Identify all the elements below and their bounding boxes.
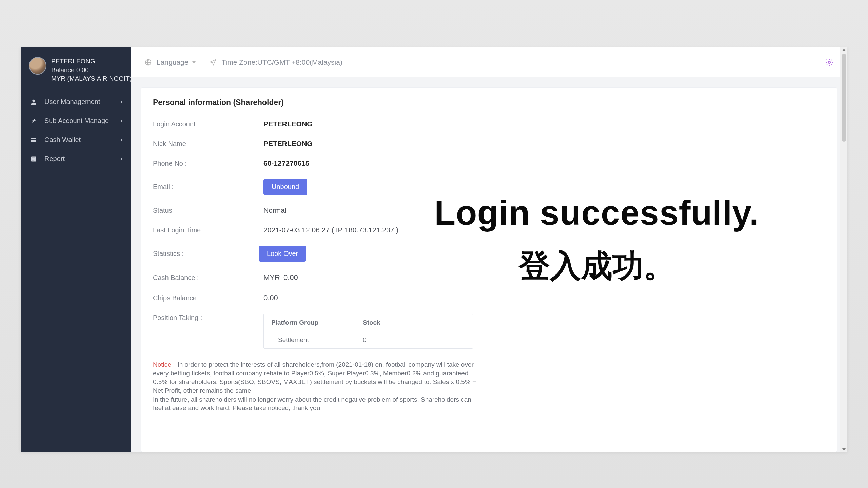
sidebar-item-label: Cash Wallet [44, 136, 121, 144]
gear-icon[interactable] [825, 58, 834, 67]
table-cell: Settlement [264, 331, 355, 348]
field-value: Normal [263, 206, 287, 215]
chevron-right-icon [121, 157, 123, 161]
profile-text: PETERLEONG Balance:0.00 MYR (MALAYSIA RI… [51, 57, 132, 83]
pin-icon [29, 116, 38, 126]
timezone-display[interactable]: Time Zone:UTC/GMT +8:00(Malaysia) [209, 58, 342, 66]
table-header-cell: Platform Group [264, 314, 355, 331]
field-label: Nick Name : [153, 140, 263, 148]
language-selector[interactable]: Language [144, 58, 196, 66]
scroll-up-icon[interactable] [842, 49, 846, 51]
content-wrap: Personal information (Shareholder) Login… [131, 77, 847, 452]
main-area: Language Time Zone:UTC/GMT +8:00(Malaysi… [131, 47, 847, 452]
unbound-button[interactable]: Unbound [263, 179, 307, 195]
field-label: Chips Balance : [153, 294, 263, 302]
globe-icon [144, 59, 152, 66]
app-window: PETERLEONG Balance:0.00 MYR (MALAYSIA RI… [21, 47, 847, 452]
avatar[interactable] [29, 57, 46, 75]
field-label: Status : [153, 207, 263, 215]
sidebar-item-cash-wallet[interactable]: Cash Wallet [21, 130, 131, 149]
field-label: Phone No : [153, 160, 263, 167]
field-value: 60-127270615 [263, 159, 309, 167]
send-icon [209, 59, 217, 66]
sidebar-item-label: Report [44, 155, 121, 163]
wallet-icon [29, 135, 38, 145]
page-title: Personal information (Shareholder) [153, 88, 825, 120]
field-label: Statistics : [153, 250, 259, 258]
sidebar-item-sub-account[interactable]: Sub Account Manage [21, 111, 131, 130]
table-row: Settlement 0 [264, 331, 473, 348]
row-chips-balance: Chips Balance : 0.00 [153, 293, 825, 302]
field-value: 0.00 [263, 293, 278, 302]
svg-point-8 [828, 61, 831, 64]
row-cash-balance: Cash Balance : MYR0.00 [153, 273, 825, 282]
svg-rect-4 [32, 158, 35, 158]
chevron-right-icon [121, 119, 123, 123]
vertical-scrollbar[interactable] [840, 47, 847, 452]
field-label: Position Taking : [153, 314, 263, 322]
topbar: Language Time Zone:UTC/GMT +8:00(Malaysi… [131, 47, 847, 77]
sidebar-item-label: User Management [44, 98, 121, 106]
cash-balance-amount: 0.00 [283, 273, 298, 282]
sidebar-item-report[interactable]: Report [21, 149, 131, 168]
table-header-cell: Stock [355, 314, 473, 331]
table-header: Platform Group Stock [264, 314, 473, 331]
field-label: Last Login Time : [153, 226, 263, 234]
table-cell: 0 [355, 331, 473, 348]
scroll-down-icon[interactable] [842, 448, 846, 451]
svg-rect-5 [32, 159, 35, 159]
svg-point-0 [32, 100, 35, 102]
notice-label: Notice : [153, 361, 175, 368]
sidebar: PETERLEONG Balance:0.00 MYR (MALAYSIA RI… [21, 47, 131, 452]
sidebar-item-label: Sub Account Manage [44, 117, 121, 125]
field-value: PETERLEONG [263, 140, 313, 148]
field-label: Cash Balance : [153, 274, 263, 282]
svg-rect-6 [32, 160, 34, 160]
profile-currency: MYR (MALAYSIA RINGGIT) [51, 74, 132, 83]
cash-balance-currency: MYR [263, 273, 280, 282]
position-taking-table: Platform Group Stock Settlement 0 [263, 314, 473, 349]
row-login-account: Login Account : PETERLEONG [153, 120, 825, 128]
profile-block: PETERLEONG Balance:0.00 MYR (MALAYSIA RI… [21, 57, 131, 93]
language-label: Language [157, 58, 188, 66]
notice-text: In order to protect the interests of all… [153, 361, 476, 411]
field-value: PETERLEONG [263, 120, 313, 128]
profile-name: PETERLEONG [51, 57, 132, 66]
personal-info-card: Personal information (Shareholder) Login… [141, 87, 837, 452]
field-label: Login Account : [153, 120, 263, 128]
sidebar-item-user-management[interactable]: User Management [21, 93, 131, 111]
chevron-down-icon [192, 61, 196, 63]
row-statistics: Statistics : Look Over [153, 246, 825, 262]
report-icon [29, 154, 38, 164]
chevron-right-icon [121, 138, 123, 142]
row-position-taking: Position Taking : Platform Group Stock S… [153, 314, 825, 349]
field-label: Email : [153, 183, 263, 191]
timezone-label: Time Zone:UTC/GMT +8:00(Malaysia) [221, 58, 342, 66]
look-over-button[interactable]: Look Over [259, 246, 306, 262]
field-value: 2021-07-03 12:06:27 ( IP:180.73.121.237 … [263, 226, 398, 234]
row-phone: Phone No : 60-127270615 [153, 159, 825, 167]
field-value: MYR0.00 [263, 273, 298, 282]
notice-block: Notice :In order to protect the interest… [153, 360, 478, 412]
svg-rect-2 [31, 139, 36, 140]
profile-balance: Balance:0.00 [51, 66, 132, 75]
row-status: Status : Normal [153, 206, 825, 215]
user-icon [29, 97, 38, 107]
row-email: Email : Unbound [153, 179, 825, 195]
row-nick-name: Nick Name : PETERLEONG [153, 140, 825, 148]
chevron-right-icon [121, 100, 123, 104]
sidebar-nav: User Management Sub Account Manage Cash … [21, 93, 131, 168]
row-last-login: Last Login Time : 2021-07-03 12:06:27 ( … [153, 226, 825, 234]
